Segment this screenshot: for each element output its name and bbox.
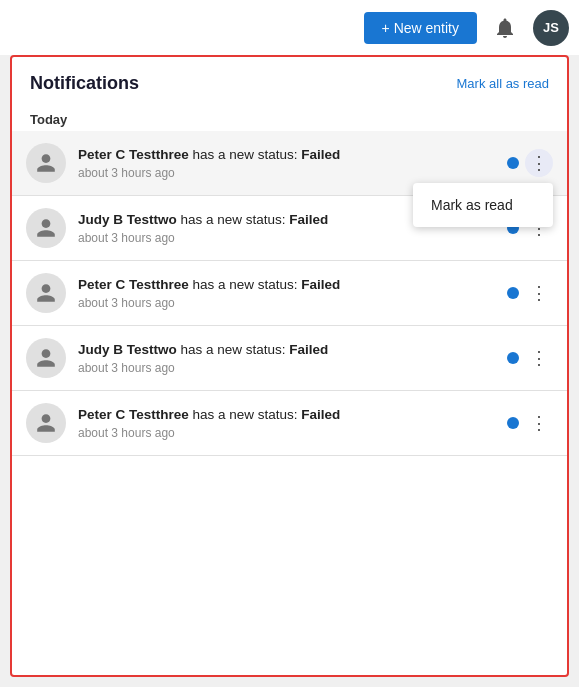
notif-actions: ⋮ bbox=[507, 409, 553, 437]
top-bar: + New entity JS bbox=[0, 0, 579, 55]
section-today-label: Today bbox=[12, 104, 567, 131]
notif-time: about 3 hours ago bbox=[78, 426, 499, 440]
notif-avatar bbox=[26, 403, 66, 443]
notif-actions: ⋮ bbox=[507, 149, 553, 177]
notification-item: Peter C Testthree has a new status: Fail… bbox=[12, 131, 567, 196]
notif-actions: ⋮ bbox=[507, 279, 553, 307]
avatar-initials: JS bbox=[543, 20, 559, 35]
unread-dot bbox=[507, 352, 519, 364]
unread-dot bbox=[507, 157, 519, 169]
unread-dot bbox=[507, 417, 519, 429]
notif-main-text: Peter C Testthree has a new status: Fail… bbox=[78, 276, 499, 295]
notif-menu-button[interactable]: ⋮ bbox=[525, 279, 553, 307]
notif-time: about 3 hours ago bbox=[78, 166, 499, 180]
user-avatar[interactable]: JS bbox=[533, 10, 569, 46]
notif-menu-button[interactable]: ⋮ bbox=[525, 149, 553, 177]
mark-as-read-option[interactable]: Mark as read bbox=[413, 187, 553, 223]
new-entity-label: + New entity bbox=[382, 20, 459, 36]
notif-time: about 3 hours ago bbox=[78, 296, 499, 310]
notification-item: Peter C Testthree has a new status: Fail… bbox=[12, 261, 567, 326]
new-entity-button[interactable]: + New entity bbox=[364, 12, 477, 44]
notif-text: Judy B Testtwo has a new status: Failed … bbox=[78, 341, 499, 376]
notif-avatar bbox=[26, 208, 66, 248]
notif-time: about 3 hours ago bbox=[78, 361, 499, 375]
notif-avatar bbox=[26, 338, 66, 378]
mark-all-read-button[interactable]: Mark all as read bbox=[457, 76, 549, 91]
notif-main-text: Peter C Testthree has a new status: Fail… bbox=[78, 406, 499, 425]
notif-main-text: Judy B Testtwo has a new status: Failed bbox=[78, 341, 499, 360]
unread-dot bbox=[507, 287, 519, 299]
notif-text: Peter C Testthree has a new status: Fail… bbox=[78, 146, 499, 181]
notif-menu-button[interactable]: ⋮ bbox=[525, 409, 553, 437]
notifications-panel: Notifications Mark all as read Today Pet… bbox=[10, 55, 569, 677]
notif-avatar bbox=[26, 143, 66, 183]
notif-actions: ⋮ bbox=[507, 344, 553, 372]
bell-icon[interactable] bbox=[487, 10, 523, 46]
context-menu: Mark as read bbox=[413, 183, 553, 227]
panel-header: Notifications Mark all as read bbox=[12, 57, 567, 104]
notifications-list: Today Peter C Testthree has a new status… bbox=[12, 104, 567, 675]
notif-main-text: Peter C Testthree has a new status: Fail… bbox=[78, 146, 499, 165]
notif-time: about 3 hours ago bbox=[78, 231, 499, 245]
notif-menu-button[interactable]: ⋮ bbox=[525, 344, 553, 372]
notif-text: Peter C Testthree has a new status: Fail… bbox=[78, 406, 499, 441]
panel-title: Notifications bbox=[30, 73, 139, 94]
notif-avatar bbox=[26, 273, 66, 313]
notification-item: Peter C Testthree has a new status: Fail… bbox=[12, 391, 567, 456]
notif-text: Peter C Testthree has a new status: Fail… bbox=[78, 276, 499, 311]
notification-item: Judy B Testtwo has a new status: Failed … bbox=[12, 326, 567, 391]
